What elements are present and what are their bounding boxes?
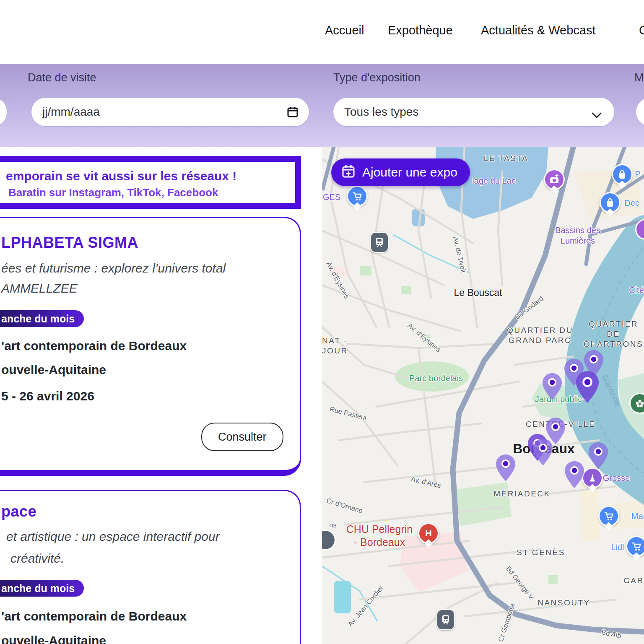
exhibitions-panel: emporain se vit aussi sur les réseaux ! … bbox=[0, 147, 322, 644]
expo-card-dates: 5 - 26 avril 2026 bbox=[1, 389, 94, 403]
expo-card-venue: 'art contemporain de Bordeaux bbox=[1, 339, 187, 353]
expo-pin[interactable] bbox=[494, 454, 517, 484]
filter-bar: Date de visite Type d'exposition M jj/mm… bbox=[0, 64, 644, 147]
social-banner: emporain se vit aussi sur les réseaux ! … bbox=[0, 156, 301, 209]
partial-right-input[interactable] bbox=[636, 98, 644, 126]
top-bar: Accueil Expothèque Actualités & Webcast … bbox=[0, 0, 644, 64]
expo-card-desc-line1: et artistique : un espace interactif pou… bbox=[6, 530, 220, 544]
expo-card-title: LPHABETA SIGMA bbox=[1, 234, 138, 252]
map[interactable]: LE TASTA lage du Lac GES Bassins des Lum… bbox=[322, 147, 644, 644]
supermarket-marker[interactable] bbox=[626, 536, 644, 557]
expo-pin[interactable] bbox=[532, 438, 554, 468]
social-banner-title: emporain se vit aussi sur les réseaux ! bbox=[6, 169, 236, 183]
shopping-bag-marker[interactable] bbox=[600, 192, 621, 213]
expo-card-alphabeta-sigma[interactable]: LPHABETA SIGMA ées et futurisme : explor… bbox=[0, 217, 301, 476]
date-placeholder: jj/mm/aaaa bbox=[31, 105, 100, 119]
nav-contact-partial[interactable]: C bbox=[639, 23, 644, 37]
partial-left-input[interactable] bbox=[0, 98, 7, 126]
expo-card-title: pace bbox=[1, 503, 36, 520]
expo-card-region: ouvelle-Aquitaine bbox=[1, 634, 106, 644]
partial-filter-label: M bbox=[634, 71, 644, 84]
expo-card-venue: 'art contemporain de Bordeaux bbox=[1, 609, 187, 623]
nav-accueil[interactable]: Accueil bbox=[325, 23, 364, 37]
expo-pin[interactable] bbox=[574, 370, 601, 405]
consulter-button[interactable]: Consulter bbox=[201, 423, 283, 451]
type-select[interactable]: Tous les types bbox=[333, 98, 614, 126]
expo-card-desc-line2: créativité. bbox=[10, 551, 64, 566]
chevron-down-icon bbox=[592, 109, 602, 122]
expo-pin[interactable] bbox=[563, 460, 586, 491]
expo-card-desc-line1: ées et futurisme : explorez l’univers to… bbox=[1, 261, 226, 275]
social-banner-subtitle: Baratin sur Instagram, TikTok, Facebook bbox=[8, 186, 218, 199]
calendar-plus-icon bbox=[341, 164, 356, 181]
expo-card-badge: anche du mois bbox=[0, 580, 84, 597]
train-station-icon[interactable] bbox=[370, 232, 389, 253]
supermarket-marker[interactable] bbox=[598, 506, 619, 527]
expo-card-desc-line2: AMMELLZEE bbox=[1, 281, 78, 296]
date-input[interactable]: jj/mm/aaaa bbox=[31, 98, 309, 126]
supermarket-marker[interactable] bbox=[347, 186, 368, 207]
type-select-value: Tous les types bbox=[333, 105, 418, 119]
page: { "nav": { "items": [ {"label": "Accueil… bbox=[0, 0, 644, 644]
type-filter-label: Type d'exposition bbox=[333, 71, 421, 84]
expo-card-region: ouvelle-Aquitaine bbox=[1, 363, 106, 377]
nav-actualites-webcast[interactable]: Actualités & Webcast bbox=[481, 23, 595, 37]
calendar-icon[interactable] bbox=[286, 106, 299, 121]
shopping-bag-marker[interactable] bbox=[612, 164, 633, 185]
nav-expotheque[interactable]: Expothèque bbox=[388, 23, 453, 37]
photo-spot-marker[interactable] bbox=[544, 169, 565, 190]
train-station-icon[interactable] bbox=[436, 609, 455, 630]
add-expo-button[interactable]: Ajouter une expo bbox=[331, 158, 470, 186]
expo-card-badge: anche du mois bbox=[0, 310, 84, 327]
hospital-marker[interactable]: H bbox=[418, 523, 439, 544]
expo-pin[interactable] bbox=[587, 441, 610, 472]
add-expo-label: Ajouter une expo bbox=[362, 165, 457, 179]
date-filter-label: Date de visite bbox=[28, 71, 96, 84]
expo-pin[interactable] bbox=[541, 372, 564, 402]
expo-card-espace[interactable]: pace et artistique : un espace interacti… bbox=[0, 490, 301, 644]
